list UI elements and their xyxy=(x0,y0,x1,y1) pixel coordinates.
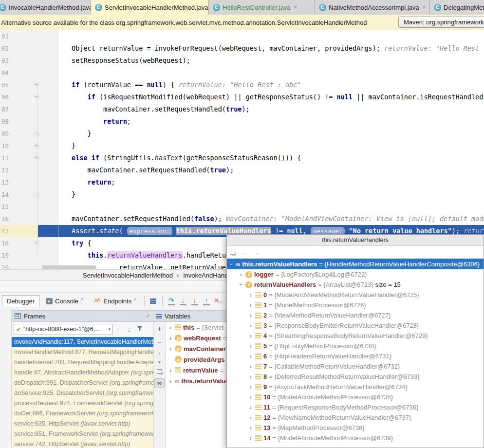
view-options-icon[interactable] xyxy=(148,296,159,307)
chevron-right-icon[interactable]: › xyxy=(248,363,253,370)
popup-list-item-row[interactable]: ›8 = {DeferredResultMethodReturnValueHan… xyxy=(227,372,484,382)
chevron-right-icon[interactable]: › xyxy=(248,435,253,442)
popup-list-item-row[interactable]: ›11 = {RequestResponseBodyMethodProcesso… xyxy=(227,402,484,412)
back-icon[interactable]: ← xyxy=(240,249,247,256)
float-window-icon[interactable]: ↗ xyxy=(145,313,149,319)
editor-gutter-cell: 107 xyxy=(0,103,58,115)
remove-watch-icon[interactable]: − xyxy=(157,338,162,346)
fold-marker-icon[interactable]: − xyxy=(33,143,40,149)
popup-list-item-row[interactable]: ›14 = {ModelAttributeMethodProcessor@673… xyxy=(227,433,484,443)
tool-tab-console[interactable]: ▸Console↗ xyxy=(41,296,88,307)
fold-marker-icon[interactable]: − xyxy=(33,240,40,246)
chevron-right-icon[interactable]: › xyxy=(168,377,173,384)
fold-marker-icon[interactable]: − xyxy=(33,131,40,137)
chevron-right-icon[interactable]: › xyxy=(168,345,173,352)
move-down-icon[interactable]: ▼ xyxy=(157,360,162,365)
stack-frame-row[interactable]: processRequest:974, FrameworkServlet (or… xyxy=(12,398,153,409)
next-frame-button[interactable]: ↓ xyxy=(124,326,134,333)
close-icon[interactable]: × xyxy=(294,4,297,11)
chevron-right-icon[interactable]: › xyxy=(248,394,253,401)
step-over-icon[interactable]: ↷ xyxy=(166,296,177,307)
chevron-right-icon[interactable]: › xyxy=(168,335,173,341)
chevron-right-icon[interactable]: › xyxy=(248,425,253,431)
popup-field-row[interactable]: ›flogger = {LogFactory$Log4jLog@6722} xyxy=(227,269,484,280)
stack-frame-row[interactable]: doService:925, DispatcherServlet (org.sp… xyxy=(12,388,153,398)
stack-frame-row[interactable]: service:742, HttpServlet (javax.servlet.… xyxy=(12,439,153,448)
thread-dropdown[interactable]: ✔ "http-nio-8080-exec-1"@6,... ▾ xyxy=(14,324,113,335)
watches-toggle-icon[interactable]: ∞ xyxy=(154,378,165,388)
tool-tab-debugger[interactable]: Debugger xyxy=(2,295,39,307)
add-watch-icon[interactable]: + xyxy=(157,325,162,334)
breadcrumb-class[interactable]: ServletInvocableHandlerMethod xyxy=(83,272,173,279)
chevron-right-icon[interactable]: › xyxy=(248,302,253,309)
popup-list-item-row[interactable]: ›4 = {StreamingResponseBodyReturnValueHa… xyxy=(227,331,484,341)
force-step-into-icon[interactable]: ↓ xyxy=(189,296,201,307)
popup-list-item-row[interactable]: ›0 = {ModelAndViewMethodReturnValueHandl… xyxy=(227,290,484,300)
editor-tab-4[interactable]: CNativeMethodAccessorImpl.java× xyxy=(315,0,430,15)
code-line-103: 103setResponseStatus(webRequest); xyxy=(0,55,484,67)
code-segment: ; xyxy=(127,117,131,125)
popup-list-item-row[interactable]: ›5 = {HttpEntityMethodProcessor@6730} xyxy=(227,341,484,351)
stack-frame-row[interactable]: service:851, FrameworkServlet (org.sprin… xyxy=(12,429,153,439)
prev-frame-button[interactable]: ↑ xyxy=(113,326,124,333)
editor-tab-1[interactable]: CInvocableHandlerMethod.java× xyxy=(0,0,91,15)
stack-frame-row[interactable]: handle:87, AbstractHandlerMethodAdapter … xyxy=(12,368,153,378)
move-up-icon[interactable]: ▲ xyxy=(157,351,162,355)
chevron-right-icon[interactable]: › xyxy=(248,384,253,391)
stack-frame-row[interactable]: invokeAndHandle:117, ServletInvocableHan… xyxy=(12,337,153,347)
code-editor[interactable]: 101102Object returnValue = invokeForRequ… xyxy=(0,30,484,269)
popup-list-item-row[interactable]: ›2 = {ViewMethodReturnValueHandler@6727} xyxy=(227,310,484,320)
horizontal-scrollbar-thumb[interactable] xyxy=(42,265,96,269)
chevron-right-icon[interactable]: › xyxy=(239,271,243,278)
toolwindow-left-strip xyxy=(0,310,12,448)
chevron-right-icon[interactable]: › xyxy=(248,343,253,350)
popup-list-item-row[interactable]: ›6 = {HttpHeadersReturnValueHandler@6731… xyxy=(227,351,484,361)
popup-list-item-row[interactable]: ›13 = {MapMethodProcessor@6738} xyxy=(227,423,484,433)
filter-frames-icon[interactable] xyxy=(134,326,145,333)
fold-marker-icon[interactable]: − xyxy=(33,191,40,198)
chevron-down-icon[interactable]: › xyxy=(238,282,244,287)
popup-list-item-row[interactable]: ›9 = {AsyncTaskMethodReturnValueHandler@… xyxy=(227,382,484,392)
popup-root-row[interactable]: ›∞this.returnValueHandlers = {HandlerMet… xyxy=(227,259,484,269)
popup-field-row[interactable]: ›freturnValueHandlers = {ArrayList@6723}… xyxy=(227,280,484,290)
show-types-icon[interactable] xyxy=(230,250,235,255)
chevron-down-icon[interactable]: › xyxy=(228,261,235,266)
popup-list-item-row[interactable]: ›10 = {ModelAttributeMethodProcessor@673… xyxy=(227,392,484,402)
tab-label: ServletInvocableHandlerMethod.java xyxy=(105,4,208,11)
endpoints-icon xyxy=(94,298,101,305)
chevron-right-icon[interactable]: › xyxy=(248,373,253,380)
step-out-icon[interactable]: ↑ xyxy=(201,296,212,307)
stack-frame-row[interactable]: doDispatch:991, DispatcherServlet (org.s… xyxy=(12,378,153,388)
popup-list-item-row[interactable]: ›1 = {ModelMethodProcessor@6726} xyxy=(227,300,484,310)
chevron-right-icon[interactable]: › xyxy=(248,322,253,329)
stack-frame-row[interactable]: doGet:866, FrameworkServlet (org.springf… xyxy=(12,409,153,419)
chevron-right-icon[interactable]: › xyxy=(168,367,173,373)
stack-frame-row[interactable]: service:635, HttpServlet (javax.servlet.… xyxy=(12,419,153,429)
stack-frame-row[interactable]: invokeHandlerMethod:877, RequestMappingH… xyxy=(12,347,153,357)
close-icon[interactable]: × xyxy=(423,4,426,11)
maven-source-button[interactable]: Maven: org.springframework:sprin xyxy=(398,17,484,28)
fold-marker-icon[interactable]: − xyxy=(33,155,40,161)
stack-frame-row[interactable]: handleInternal:783, RequestMappingHandle… xyxy=(12,357,153,368)
chevron-right-icon[interactable]: › xyxy=(248,292,253,299)
editor-tab-3[interactable]: CHelloRestController.java× xyxy=(209,0,315,15)
chevron-right-icon[interactable]: › xyxy=(168,324,173,331)
fold-marker-icon[interactable]: − xyxy=(33,94,40,100)
chevron-right-icon[interactable]: › xyxy=(248,333,253,339)
editor-gutter-cell: 111− xyxy=(0,152,58,164)
duplicate-icon[interactable] xyxy=(157,369,162,374)
chevron-right-icon[interactable]: › xyxy=(248,312,253,319)
editor-tab-5[interactable]: CDelegatingMethodAccessorImpl.java× xyxy=(430,0,484,15)
editor-tab-2[interactable]: CServletInvocableHandlerMethod.java× xyxy=(91,0,209,15)
popup-list-item-row[interactable]: ›7 = {CallableMethodReturnValueHandler@6… xyxy=(227,361,484,372)
chevron-right-icon[interactable]: › xyxy=(248,353,253,360)
forward-icon[interactable]: → xyxy=(252,249,260,256)
step-into-icon[interactable]: ↓ xyxy=(177,296,189,307)
chevron-right-icon[interactable]: › xyxy=(248,414,253,421)
popup-list-item-row[interactable]: ›12 = {ViewNameMethodReturnValueHandler@… xyxy=(227,412,484,423)
tool-tab-endpoints[interactable]: Endpoints↗ xyxy=(90,296,141,307)
drop-frame-icon[interactable]: ✕▭ xyxy=(212,296,224,307)
chevron-right-icon[interactable]: › xyxy=(248,404,253,411)
fold-marker-icon[interactable]: − xyxy=(33,82,40,88)
popup-list-item-row[interactable]: ›3 = {ResponseBodyEmitterReturnValueHand… xyxy=(227,320,484,331)
